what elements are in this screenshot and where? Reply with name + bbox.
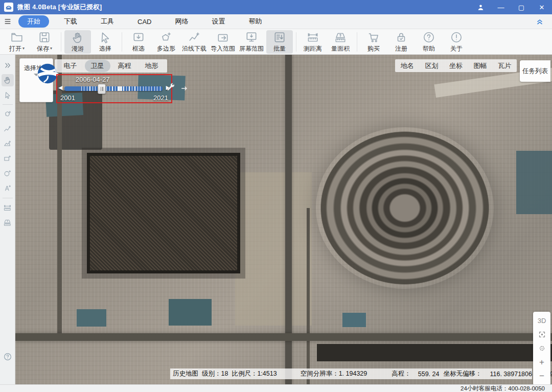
menu-item-settings[interactable]: 设置 — [203, 15, 234, 28]
timeline-date-label: 2006-04-27 — [76, 76, 110, 83]
timeline-end-year: 2021 — [153, 94, 168, 102]
about-button[interactable]: 关于 — [443, 30, 470, 54]
toolbar-separator — [61, 32, 61, 52]
left-tool-sidebar — [0, 55, 15, 384]
map-canvas[interactable]: 选择地图 电子 卫星 高程 地形 2006-04-27 ◀ ▶ 2001 202… — [15, 55, 552, 384]
measure-area-icon[interactable] — [2, 217, 14, 229]
collapse-ribbon-icon[interactable] — [536, 17, 544, 26]
timeline-track[interactable] — [64, 86, 163, 91]
draw-polygon-icon[interactable] — [2, 138, 14, 150]
measure-distance-label: 测距离 — [304, 44, 322, 53]
select-button[interactable]: 选择 — [92, 30, 119, 54]
close-button[interactable]: ✕ — [532, 0, 552, 14]
draw-circle-icon[interactable] — [2, 168, 14, 180]
select-label: 选择 — [99, 44, 111, 53]
map-view-controls: 3D + − — [533, 312, 550, 384]
longitude-value: 116. 38971806 — [490, 371, 532, 378]
screen-range-button[interactable]: 屏幕范围 — [238, 30, 265, 54]
measure-area-button[interactable]: 量面积 — [327, 30, 354, 54]
satellite-imagery — [15, 55, 552, 384]
title-bar: 微图 4.0Beta [专业版已授权] — ▢ ✕ — [0, 0, 552, 14]
window-title: 微图 4.0Beta [专业版已授权] — [17, 3, 102, 12]
zoom-out-button[interactable]: − — [535, 370, 548, 382]
draw-blob-icon[interactable] — [2, 108, 14, 121]
draw-polyline-icon[interactable] — [2, 123, 14, 135]
box-select-button[interactable]: 框选 — [125, 30, 152, 54]
add-text-icon[interactable] — [2, 182, 14, 195]
history-time-slider[interactable]: 2006-04-27 ◀ ▶ 2001 2021 — [56, 74, 172, 103]
buy-label: 购买 — [367, 44, 380, 53]
toolbar-separator — [296, 32, 296, 52]
tab-terrain-map[interactable]: 地形 — [139, 60, 165, 72]
menu-item-network[interactable]: 网络 — [166, 15, 197, 28]
elevation-value: 559. 24 — [418, 371, 440, 378]
menu-item-start[interactable]: 开始 — [18, 15, 49, 28]
save-button[interactable]: 保存▾ — [31, 30, 58, 54]
menu-bar: 开始 下载 工具 CAD 网络 设置 帮助 — [0, 14, 552, 29]
register-label: 注册 — [395, 44, 407, 53]
polygon-label: 多边形 — [157, 44, 175, 53]
scale-label: 比例尺：1:4513 — [232, 370, 277, 378]
register-button[interactable]: 注册 — [388, 30, 415, 54]
batch-label: 批量 — [273, 44, 286, 53]
user-account-icon[interactable] — [470, 0, 491, 14]
app-status-bar: 24小时客服电话：400-028-0050 — [0, 384, 552, 392]
toggle-3d-button[interactable]: 3D — [535, 315, 548, 327]
pan-button[interactable]: 漫游 — [64, 30, 91, 54]
map-source-selector[interactable]: 选择地图 — [19, 58, 53, 102]
along-line-download-label: 沿线下载 — [182, 44, 206, 53]
coordinate-caption: 坐标无偏移： — [443, 370, 481, 378]
elevation-caption: 高程： — [392, 370, 411, 378]
pan-hand-icon[interactable] — [2, 74, 14, 86]
save-label: 保存 — [37, 44, 49, 53]
fullscreen-icon[interactable] — [535, 329, 548, 341]
timeline-prev-icon[interactable]: ◀ — [58, 84, 62, 91]
polygon-button[interactable]: 多边形 — [153, 30, 179, 54]
overlay-mapsheet-button[interactable]: 图幅 — [474, 61, 487, 71]
map-type-label: 历史地图 — [173, 370, 198, 378]
select-cursor-icon[interactable] — [2, 89, 14, 101]
import-range-button[interactable]: 导入范围 — [209, 30, 237, 54]
overlay-placenames-button[interactable]: 地名 — [401, 61, 414, 71]
locate-icon[interactable] — [535, 342, 548, 355]
help-toolbar-label: 帮助 — [423, 44, 435, 53]
dropdown-caret-icon: ▾ — [50, 46, 52, 51]
along-line-download-button[interactable]: 沿线下载 — [180, 30, 208, 54]
tab-electronic-map[interactable]: 电子 — [58, 60, 83, 72]
tab-satellite-map[interactable]: 卫星 — [85, 60, 110, 72]
zoom-in-button[interactable]: + — [535, 356, 548, 368]
buy-button[interactable]: 购买 — [360, 30, 387, 54]
measure-area-label: 量面积 — [331, 44, 350, 53]
toolbar-separator — [122, 32, 122, 52]
menu-item-help[interactable]: 帮助 — [240, 15, 270, 28]
resolution-label: 空间分辨率：1. 194329 — [301, 370, 367, 378]
pan-label: 漫游 — [72, 44, 84, 53]
open-label: 打开 — [9, 44, 21, 53]
sidebar-help-icon[interactable] — [2, 351, 14, 363]
open-button[interactable]: 打开▾ — [4, 30, 30, 54]
measure-distance-button[interactable]: 测距离 — [300, 30, 326, 54]
maximize-button[interactable]: ▢ — [511, 0, 532, 14]
menu-item-download[interactable]: 下载 — [55, 15, 86, 28]
sidebar-divider — [3, 198, 13, 198]
timeline-start-year: 2001 — [60, 94, 75, 102]
hamburger-menu-icon[interactable] — [0, 17, 15, 26]
menu-item-cad[interactable]: CAD — [129, 16, 160, 27]
service-phone-label: 24小时客服电话：400-028-0050 — [461, 385, 545, 392]
timeline-slider-handle[interactable] — [98, 84, 106, 94]
about-label: 关于 — [450, 44, 463, 53]
menu-item-tools[interactable]: 工具 — [92, 15, 123, 28]
draw-rectangle-icon[interactable] — [2, 153, 14, 165]
overlay-tiles-button[interactable]: 瓦片 — [498, 61, 511, 71]
overlay-coordinates-button[interactable]: 坐标 — [449, 61, 463, 71]
minimize-button[interactable]: — — [491, 0, 511, 14]
batch-button[interactable]: 批量 — [266, 30, 293, 54]
tab-elevation-map[interactable]: 高程 — [112, 60, 137, 72]
measure-distance-icon[interactable] — [2, 202, 14, 214]
expand-panel-icon[interactable] — [2, 59, 14, 72]
help-button[interactable]: 帮助 — [416, 30, 442, 54]
construction-site-area — [87, 153, 240, 273]
overlay-districts-button[interactable]: 区划 — [425, 61, 438, 71]
stadium-under-construction — [316, 127, 494, 289]
task-list-button[interactable]: 任务列表 — [520, 60, 550, 82]
